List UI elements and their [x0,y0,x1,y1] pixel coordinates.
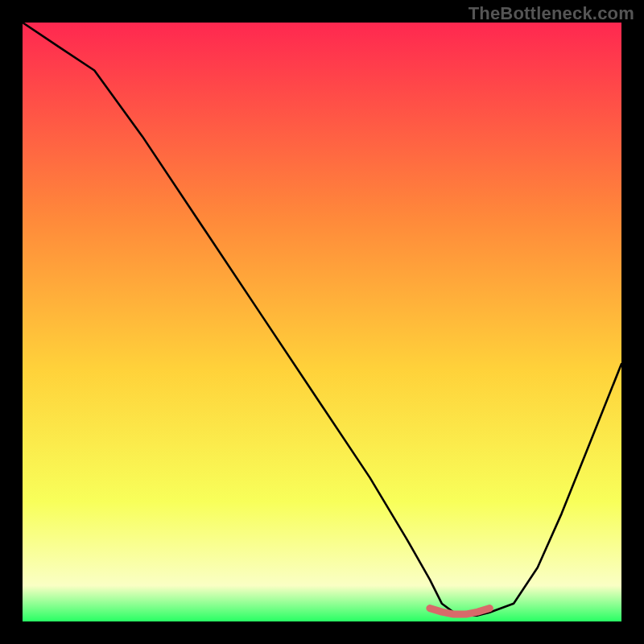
watermark-text: TheBottleneck.com [469,3,634,24]
chart-frame [23,23,621,621]
bottleneck-chart [23,23,621,621]
gradient-background [23,23,621,621]
